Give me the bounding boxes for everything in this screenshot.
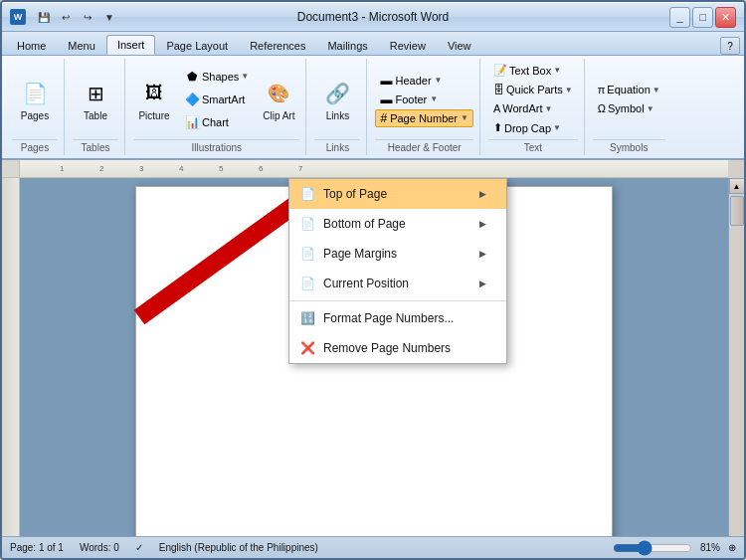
- page-margins-label: Page Margins: [323, 247, 473, 261]
- wordart-icon: A: [493, 102, 500, 114]
- save-qat-btn[interactable]: 💾: [34, 8, 54, 26]
- zoom-in-btn[interactable]: ⊕: [728, 542, 736, 553]
- check-icon: ✓: [135, 542, 143, 553]
- text-box-button[interactable]: 📝 Text Box ▼: [488, 61, 578, 80]
- drop-cap-label: Drop Cap: [504, 122, 551, 134]
- menu-item-remove-page-numbers[interactable]: ❌ Remove Page Numbers: [289, 333, 506, 363]
- tab-menu[interactable]: Menu: [57, 35, 106, 55]
- symbol-icon: Ω: [598, 102, 606, 114]
- page-number-label: Page Number: [390, 112, 458, 124]
- pages-button[interactable]: 📄 Pages: [12, 74, 58, 125]
- tab-home[interactable]: Home: [6, 35, 57, 55]
- shapes-dropdown-arrow: ▼: [241, 72, 249, 81]
- scroll-thumb[interactable]: [730, 196, 744, 226]
- quick-parts-label: Quick Parts: [506, 84, 563, 95]
- page-status: Page: 1 of 1: [10, 542, 64, 553]
- redo-qat-btn[interactable]: ↪: [78, 8, 97, 26]
- ruler-container: 1 2 3 4 5 6 7: [2, 160, 744, 178]
- menu-item-bottom-of-page[interactable]: 📄 Bottom of Page ▶: [289, 209, 506, 239]
- links-icon: 🔗: [321, 78, 353, 109]
- equation-dropdown-arrow: ▼: [653, 86, 660, 94]
- wordart-dropdown-arrow: ▼: [544, 104, 552, 113]
- tab-references[interactable]: References: [239, 35, 316, 55]
- app-window: W 💾 ↩ ↪ ▼ Document3 - Microsoft Word _ □…: [0, 0, 746, 560]
- smartart-label: SmartArt: [202, 93, 245, 105]
- drop-cap-icon: ⬆: [493, 121, 502, 134]
- footer-button[interactable]: ▬ Footer ▼: [375, 91, 472, 108]
- symbols-group-label: Symbols: [593, 139, 665, 153]
- vertical-ruler: [2, 178, 20, 558]
- wordart-button[interactable]: A WordArt ▼: [488, 99, 578, 117]
- symbol-button[interactable]: Ω Symbol ▼: [593, 99, 665, 117]
- symbol-label: Symbol: [608, 102, 645, 114]
- page-number-icon: #: [380, 111, 387, 125]
- links-group-label: Links: [314, 139, 360, 153]
- symbol-dropdown-arrow: ▼: [647, 104, 654, 113]
- links-button[interactable]: 🔗 Links: [314, 74, 360, 125]
- status-bar: Page: 1 of 1 Words: 0 ✓ English (Republi…: [2, 536, 744, 558]
- table-button[interactable]: ⊞ Table: [73, 74, 118, 125]
- help-btn[interactable]: ?: [720, 37, 740, 55]
- title-bar-left: W 💾 ↩ ↪ ▼: [10, 6, 123, 28]
- menu-item-current-position[interactable]: 📄 Current Position ▶: [289, 269, 506, 298]
- header-icon: ▬: [380, 74, 392, 88]
- footer-label: Footer: [395, 93, 427, 105]
- tab-page-layout[interactable]: Page Layout: [155, 35, 239, 55]
- maximize-button[interactable]: □: [692, 7, 713, 28]
- page-number-button[interactable]: # Page Number ▼: [375, 109, 472, 127]
- tab-insert[interactable]: Insert: [106, 35, 156, 55]
- quick-parts-button[interactable]: 🗄 Quick Parts ▼: [488, 81, 578, 98]
- tab-view[interactable]: View: [437, 35, 482, 55]
- drop-cap-dropdown-arrow: ▼: [553, 123, 561, 132]
- tab-mailings[interactable]: Mailings: [316, 35, 378, 55]
- scroll-up-btn[interactable]: ▲: [729, 178, 745, 194]
- links-label: Links: [326, 110, 349, 121]
- status-right: 81% ⊕: [613, 542, 736, 554]
- menu-item-page-margins[interactable]: 📄 Page Margins ▶: [289, 239, 506, 269]
- chart-button[interactable]: 📊 Chart: [179, 111, 254, 133]
- close-button[interactable]: ✕: [715, 7, 736, 28]
- ruler-right-spacer: [728, 160, 744, 178]
- undo-qat-btn[interactable]: ↩: [56, 8, 76, 26]
- picture-button[interactable]: 🖼 Picture: [133, 75, 175, 124]
- header-button[interactable]: ▬ Header ▼: [375, 72, 472, 90]
- chart-icon: 📊: [184, 114, 200, 130]
- zoom-slider[interactable]: [613, 542, 692, 554]
- symbols-group: π Equation ▼ Ω Symbol ▼ Symbols: [587, 59, 671, 155]
- clip-art-icon: 🎨: [263, 78, 294, 109]
- window-controls: _ □ ✕: [669, 7, 736, 28]
- symbols-group-content: π Equation ▼ Ω Symbol ▼: [593, 61, 665, 137]
- pages-icon: 📄: [19, 78, 51, 109]
- format-page-numbers-label: Format Page Numbers...: [323, 311, 486, 325]
- chart-label: Chart: [202, 116, 229, 128]
- picture-label: Picture: [138, 110, 169, 121]
- menu-item-top-of-page[interactable]: 📄 Top of Page ▶: [289, 179, 506, 209]
- menu-item-format-page-numbers[interactable]: 🔢 Format Page Numbers...: [289, 303, 506, 333]
- hfp-buttons: ▬ Header ▼ ▬ Footer ▼ # Page Number ▼: [375, 72, 472, 127]
- dropdown-qat-btn[interactable]: ▼: [99, 8, 119, 26]
- drop-cap-button[interactable]: ⬆ Drop Cap ▼: [488, 118, 578, 137]
- tables-group-label: Tables: [73, 139, 118, 153]
- quick-parts-dropdown-arrow: ▼: [565, 86, 573, 94]
- bottom-of-page-arrow: ▶: [479, 219, 486, 229]
- pages-group-content: 📄 Pages: [12, 61, 58, 137]
- quick-access-toolbar: 💾 ↩ ↪ ▼: [30, 6, 123, 28]
- equation-button[interactable]: π Equation ▼: [593, 81, 665, 98]
- bottom-of-page-label: Bottom of Page: [323, 217, 473, 231]
- tables-group-content: ⊞ Table: [73, 61, 118, 137]
- table-label: Table: [84, 110, 107, 121]
- footer-dropdown-arrow: ▼: [430, 94, 438, 103]
- vertical-scrollbar[interactable]: ▲ ▼: [728, 178, 744, 558]
- clip-art-button[interactable]: 🎨 Clip Art: [258, 75, 299, 124]
- document-area[interactable]: 📄 Top of Page ▶ 📄 Bottom of Page ▶ 📄 Pag…: [20, 178, 728, 558]
- smartart-button[interactable]: 🔷 SmartArt: [179, 89, 254, 110]
- shapes-button[interactable]: ⬟ Shapes ▼: [179, 66, 254, 88]
- minimize-button[interactable]: _: [669, 7, 690, 28]
- page-margins-arrow: ▶: [479, 249, 486, 259]
- current-position-icon: 📄: [297, 274, 317, 293]
- tab-review[interactable]: Review: [379, 35, 437, 55]
- title-bar: W 💾 ↩ ↪ ▼ Document3 - Microsoft Word _ □…: [2, 2, 744, 32]
- links-group: 🔗 Links Links: [308, 59, 367, 155]
- top-of-page-icon: 📄: [297, 184, 317, 204]
- word-icon: W: [10, 9, 26, 25]
